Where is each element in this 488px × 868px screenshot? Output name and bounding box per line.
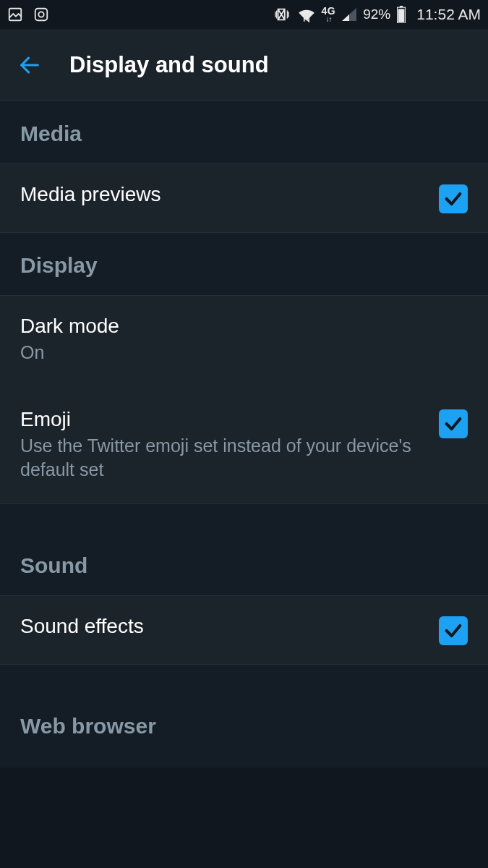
sound-effects-checkbox[interactable] (439, 616, 468, 645)
media-previews-checkbox[interactable] (439, 184, 468, 213)
section-header-media-text: Media (20, 122, 468, 146)
app-bar: Display and sound (0, 29, 488, 101)
wifi-icon (297, 7, 316, 22)
vibrate-icon (274, 7, 291, 22)
setting-media-previews[interactable]: Media previews (0, 164, 488, 233)
checkmark-icon (443, 414, 463, 434)
battery-icon (396, 6, 406, 23)
checkmark-icon (443, 621, 463, 641)
signal-icon (341, 7, 357, 22)
spacer (0, 504, 488, 533)
status-bar: 4G ↓↑ 92% 11:52 AM (0, 0, 488, 29)
sound-effects-label: Sound effects (20, 615, 424, 638)
svg-rect-1 (35, 9, 48, 21)
status-right: 4G ↓↑ 92% 11:52 AM (274, 6, 481, 23)
arrow-left-icon (17, 53, 42, 77)
section-header-media: Media (0, 101, 488, 164)
clock-text: 11:52 AM (416, 6, 481, 23)
emoji-checkbox[interactable] (439, 409, 468, 438)
media-previews-label: Media previews (20, 183, 424, 206)
svg-point-2 (38, 12, 43, 17)
section-header-sound: Sound (0, 533, 488, 596)
section-header-web: Web browser (0, 694, 488, 767)
dark-mode-label: Dark mode (20, 315, 468, 338)
status-left (7, 7, 49, 22)
network-4g-icon: 4G ↓↑ (322, 6, 336, 23)
battery-percent: 92% (363, 7, 390, 22)
setting-dark-mode[interactable]: Dark mode On (0, 296, 488, 383)
image-icon (7, 7, 23, 22)
setting-sound-effects[interactable]: Sound effects (0, 596, 488, 665)
section-header-display: Display (0, 233, 488, 296)
checkmark-icon (443, 189, 463, 209)
emoji-description: Use the Twitter emoji set instead of you… (20, 434, 424, 482)
back-button[interactable] (14, 50, 45, 80)
setting-emoji[interactable]: Emoji Use the Twitter emoji set instead … (0, 383, 488, 504)
section-header-display-text: Display (20, 253, 468, 278)
dark-mode-value: On (20, 341, 468, 365)
section-header-sound-text: Sound (20, 553, 468, 578)
emoji-label: Emoji (20, 408, 424, 431)
section-header-web-text: Web browser (20, 714, 468, 739)
svg-rect-5 (398, 9, 405, 22)
camera-icon (33, 7, 49, 22)
page-title: Display and sound (69, 52, 269, 78)
spacer (0, 665, 488, 694)
